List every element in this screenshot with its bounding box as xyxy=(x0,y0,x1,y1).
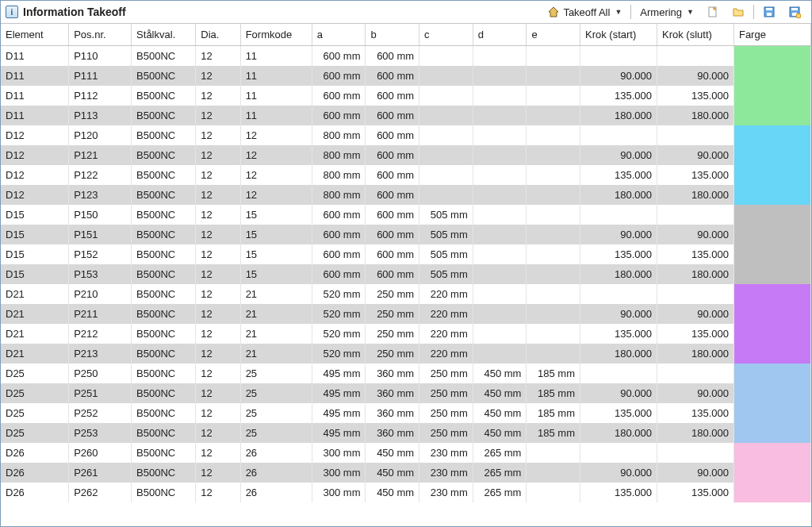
cell-c[interactable]: 250 mm xyxy=(419,383,473,403)
cell-formkode[interactable]: 15 xyxy=(240,225,312,244)
cell-posnr[interactable]: P151 xyxy=(69,225,132,244)
cell-stal[interactable]: B500NC xyxy=(132,483,196,502)
cell-formkode[interactable]: 26 xyxy=(240,483,312,502)
cell-dia[interactable]: 12 xyxy=(196,185,240,205)
cell-krok-start[interactable]: 90.000 xyxy=(580,66,657,86)
cell-element[interactable]: D12 xyxy=(1,185,69,205)
cell-dia[interactable]: 12 xyxy=(196,225,240,244)
cell-element[interactable]: D25 xyxy=(1,403,69,423)
cell-formkode[interactable]: 11 xyxy=(240,66,312,86)
cell-c[interactable] xyxy=(419,185,473,205)
cell-krok-slutt[interactable]: 90.000 xyxy=(657,304,733,324)
col-krok-slutt[interactable]: Krok (slutt) xyxy=(657,24,733,46)
cell-a[interactable]: 300 mm xyxy=(312,463,366,483)
cell-formkode[interactable]: 11 xyxy=(240,106,312,125)
cell-b[interactable]: 600 mm xyxy=(366,66,419,86)
cell-e[interactable] xyxy=(527,324,580,344)
cell-krok-start[interactable]: 90.000 xyxy=(580,304,657,324)
cell-krok-start[interactable] xyxy=(580,46,657,67)
cell-b[interactable]: 600 mm xyxy=(366,125,419,145)
cell-krok-start[interactable] xyxy=(580,443,657,463)
cell-c[interactable] xyxy=(419,86,473,106)
cell-element[interactable]: D25 xyxy=(1,383,69,403)
cell-krok-slutt[interactable]: 90.000 xyxy=(657,225,733,244)
cell-formkode[interactable]: 21 xyxy=(240,324,312,344)
cell-dia[interactable]: 12 xyxy=(196,66,240,86)
cell-b[interactable]: 450 mm xyxy=(366,463,419,483)
cell-krok-start[interactable] xyxy=(580,205,657,225)
cell-krok-start[interactable]: 180.000 xyxy=(580,185,657,205)
cell-c[interactable] xyxy=(419,106,473,125)
cell-formkode[interactable]: 11 xyxy=(240,46,312,67)
cell-posnr[interactable]: P260 xyxy=(69,443,132,463)
cell-krok-slutt[interactable]: 135.000 xyxy=(657,403,733,423)
cell-e[interactable] xyxy=(527,205,580,225)
cell-formkode[interactable]: 11 xyxy=(240,86,312,106)
cell-stal[interactable]: B500NC xyxy=(132,205,196,225)
cell-a[interactable]: 300 mm xyxy=(312,443,366,463)
table-row[interactable]: D26P261B500NC1226300 mm450 mm230 mm265 m… xyxy=(1,463,811,483)
cell-a[interactable]: 600 mm xyxy=(312,86,366,106)
cell-farge[interactable] xyxy=(733,364,810,443)
cell-b[interactable]: 450 mm xyxy=(366,443,419,463)
cell-b[interactable]: 600 mm xyxy=(366,165,419,185)
cell-d[interactable] xyxy=(473,145,527,165)
cell-dia[interactable]: 12 xyxy=(196,483,240,502)
cell-posnr[interactable]: P120 xyxy=(69,125,132,145)
cell-e[interactable] xyxy=(527,463,580,483)
cell-farge[interactable] xyxy=(733,443,810,502)
cell-e[interactable]: 185 mm xyxy=(527,383,580,403)
cell-krok-start[interactable]: 135.000 xyxy=(580,86,657,106)
cell-e[interactable] xyxy=(527,244,580,264)
cell-posnr[interactable]: P253 xyxy=(69,423,132,443)
cell-d[interactable]: 450 mm xyxy=(473,423,527,443)
cell-e[interactable] xyxy=(527,304,580,324)
armering-dropdown[interactable]: Armering ▼ xyxy=(634,4,699,21)
cell-stal[interactable]: B500NC xyxy=(132,86,196,106)
cell-dia[interactable]: 12 xyxy=(196,423,240,443)
cell-e[interactable] xyxy=(527,185,580,205)
col-a[interactable]: a xyxy=(312,24,366,46)
table-row[interactable]: D11P111B500NC1211600 mm600 mm90.00090.00… xyxy=(1,66,811,86)
cell-a[interactable]: 800 mm xyxy=(312,125,366,145)
cell-b[interactable]: 600 mm xyxy=(366,244,419,264)
cell-stal[interactable]: B500NC xyxy=(132,66,196,86)
cell-krok-slutt[interactable]: 90.000 xyxy=(657,66,733,86)
table-row[interactable]: D11P110B500NC1211600 mm600 mm xyxy=(1,46,811,67)
cell-dia[interactable]: 12 xyxy=(196,403,240,423)
cell-krok-slutt[interactable]: 135.000 xyxy=(657,165,733,185)
cell-element[interactable]: D15 xyxy=(1,264,69,284)
cell-posnr[interactable]: P110 xyxy=(69,46,132,67)
cell-posnr[interactable]: P122 xyxy=(69,165,132,185)
table-row[interactable]: D15P153B500NC1215600 mm600 mm505 mm180.0… xyxy=(1,264,811,284)
cell-dia[interactable]: 12 xyxy=(196,205,240,225)
cell-krok-start[interactable]: 135.000 xyxy=(580,244,657,264)
cell-stal[interactable]: B500NC xyxy=(132,244,196,264)
cell-element[interactable]: D26 xyxy=(1,443,69,463)
cell-formkode[interactable]: 25 xyxy=(240,403,312,423)
cell-c[interactable]: 250 mm xyxy=(419,364,473,383)
cell-krok-start[interactable]: 180.000 xyxy=(580,344,657,364)
cell-a[interactable]: 520 mm xyxy=(312,324,366,344)
cell-element[interactable]: D26 xyxy=(1,483,69,502)
cell-c[interactable]: 230 mm xyxy=(419,463,473,483)
cell-a[interactable]: 600 mm xyxy=(312,205,366,225)
cell-e[interactable] xyxy=(527,66,580,86)
cell-c[interactable]: 505 mm xyxy=(419,244,473,264)
cell-formkode[interactable]: 21 xyxy=(240,284,312,304)
table-row[interactable]: D21P212B500NC1221520 mm250 mm220 mm135.0… xyxy=(1,324,811,344)
cell-element[interactable]: D26 xyxy=(1,463,69,483)
cell-a[interactable]: 520 mm xyxy=(312,284,366,304)
cell-posnr[interactable]: P211 xyxy=(69,304,132,324)
col-farge[interactable]: Farge xyxy=(733,24,810,46)
cell-krok-slutt[interactable]: 135.000 xyxy=(657,483,733,502)
cell-krok-slutt[interactable] xyxy=(657,284,733,304)
cell-stal[interactable]: B500NC xyxy=(132,324,196,344)
cell-formkode[interactable]: 15 xyxy=(240,264,312,284)
cell-e[interactable] xyxy=(527,106,580,125)
cell-posnr[interactable]: P123 xyxy=(69,185,132,205)
cell-a[interactable]: 520 mm xyxy=(312,304,366,324)
cell-posnr[interactable]: P153 xyxy=(69,264,132,284)
cell-posnr[interactable]: P113 xyxy=(69,106,132,125)
cell-krok-start[interactable]: 90.000 xyxy=(580,145,657,165)
